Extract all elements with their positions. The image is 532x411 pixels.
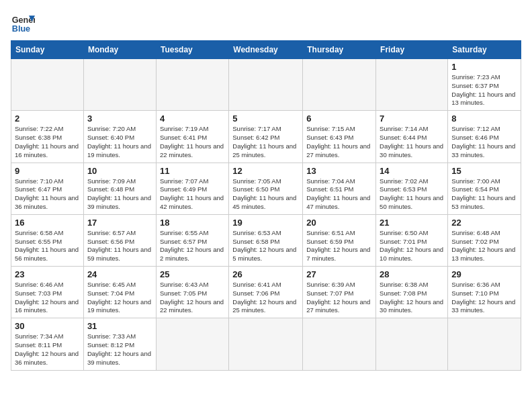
- day-info: Sunrise: 6:53 AM Sunset: 6:58 PM Dayligh…: [232, 229, 299, 263]
- day-number: 2: [15, 113, 80, 124]
- day-number: 7: [380, 113, 444, 124]
- day-number: 27: [306, 269, 372, 279]
- day-number: 30: [15, 321, 80, 331]
- calendar-day-cell: 31Sunrise: 7:33 AM Sunset: 8:12 PM Dayli…: [83, 318, 156, 370]
- calendar-day-cell: 11Sunrise: 7:07 AM Sunset: 6:49 PM Dayli…: [156, 163, 228, 214]
- day-info: Sunrise: 7:02 AM Sunset: 6:53 PM Dayligh…: [380, 177, 444, 212]
- calendar-day-cell: 4Sunrise: 7:19 AM Sunset: 6:41 PM Daylig…: [156, 111, 228, 163]
- calendar-day-cell: [156, 318, 228, 370]
- day-info: Sunrise: 7:33 AM Sunset: 8:12 PM Dayligh…: [87, 332, 152, 367]
- day-info: Sunrise: 6:43 AM Sunset: 7:05 PM Dayligh…: [160, 281, 225, 315]
- day-info: Sunrise: 7:05 AM Sunset: 6:50 PM Dayligh…: [232, 177, 299, 212]
- calendar-body: 1Sunrise: 7:23 AM Sunset: 6:37 PM Daylig…: [11, 59, 521, 371]
- day-info: Sunrise: 6:58 AM Sunset: 6:55 PM Dayligh…: [15, 229, 80, 263]
- day-number: 10: [87, 166, 152, 176]
- day-number: 26: [232, 269, 299, 279]
- day-number: 22: [451, 218, 517, 228]
- day-number: 24: [87, 269, 152, 279]
- weekday-header: Wednesday: [229, 41, 303, 59]
- calendar-day-cell: 1Sunrise: 7:23 AM Sunset: 6:37 PM Daylig…: [448, 59, 521, 111]
- day-number: 21: [380, 218, 444, 228]
- calendar-day-cell: 23Sunrise: 6:46 AM Sunset: 7:03 PM Dayli…: [11, 267, 84, 318]
- logo: General Blue: [11, 11, 35, 35]
- calendar-day-cell: [376, 318, 448, 370]
- weekday-header: Thursday: [303, 41, 376, 59]
- day-number: 12: [232, 166, 299, 176]
- day-number: 25: [160, 269, 225, 279]
- day-info: Sunrise: 6:38 AM Sunset: 7:08 PM Dayligh…: [380, 281, 444, 315]
- weekday-header: Friday: [376, 41, 448, 59]
- weekday-header: Saturday: [448, 41, 521, 59]
- calendar-day-cell: 24Sunrise: 6:45 AM Sunset: 7:04 PM Dayli…: [83, 267, 156, 318]
- day-info: Sunrise: 6:51 AM Sunset: 6:59 PM Dayligh…: [306, 229, 372, 263]
- calendar-day-cell: 14Sunrise: 7:02 AM Sunset: 6:53 PM Dayli…: [376, 163, 448, 214]
- calendar-header: SundayMondayTuesdayWednesdayThursdayFrid…: [11, 41, 521, 59]
- calendar-week-row: 2Sunrise: 7:22 AM Sunset: 6:38 PM Daylig…: [11, 111, 521, 163]
- calendar-day-cell: 12Sunrise: 7:05 AM Sunset: 6:50 PM Dayli…: [229, 163, 303, 214]
- day-number: 15: [451, 166, 517, 176]
- day-info: Sunrise: 7:04 AM Sunset: 6:51 PM Dayligh…: [306, 177, 372, 212]
- day-info: Sunrise: 7:12 AM Sunset: 6:46 PM Dayligh…: [451, 125, 517, 159]
- calendar-week-row: 23Sunrise: 6:46 AM Sunset: 7:03 PM Dayli…: [11, 267, 521, 318]
- day-info: Sunrise: 7:14 AM Sunset: 6:44 PM Dayligh…: [380, 125, 444, 159]
- calendar-day-cell: 20Sunrise: 6:51 AM Sunset: 6:59 PM Dayli…: [303, 214, 376, 266]
- day-number: 31: [87, 321, 152, 331]
- day-info: Sunrise: 6:45 AM Sunset: 7:04 PM Dayligh…: [87, 281, 152, 315]
- day-info: Sunrise: 7:20 AM Sunset: 6:40 PM Dayligh…: [87, 125, 152, 159]
- calendar-day-cell: [303, 318, 376, 370]
- calendar-week-row: 9Sunrise: 7:10 AM Sunset: 6:47 PM Daylig…: [11, 163, 521, 214]
- day-number: 8: [451, 113, 517, 124]
- calendar-day-cell: 21Sunrise: 6:50 AM Sunset: 7:01 PM Dayli…: [376, 214, 448, 266]
- day-number: 6: [306, 113, 372, 124]
- day-number: 3: [87, 113, 152, 124]
- day-info: Sunrise: 7:09 AM Sunset: 6:48 PM Dayligh…: [87, 177, 152, 212]
- day-info: Sunrise: 7:10 AM Sunset: 6:47 PM Dayligh…: [15, 177, 80, 212]
- day-info: Sunrise: 6:41 AM Sunset: 7:06 PM Dayligh…: [232, 281, 299, 315]
- svg-text:Blue: Blue: [12, 24, 30, 34]
- day-info: Sunrise: 7:19 AM Sunset: 6:41 PM Dayligh…: [160, 125, 225, 159]
- day-info: Sunrise: 6:57 AM Sunset: 6:56 PM Dayligh…: [87, 229, 152, 263]
- day-info: Sunrise: 7:17 AM Sunset: 6:42 PM Dayligh…: [232, 125, 299, 159]
- weekday-row: SundayMondayTuesdayWednesdayThursdayFrid…: [11, 41, 521, 59]
- day-number: 13: [306, 166, 372, 176]
- calendar-day-cell: [83, 59, 156, 111]
- day-info: Sunrise: 6:36 AM Sunset: 7:10 PM Dayligh…: [451, 281, 517, 315]
- calendar-day-cell: 25Sunrise: 6:43 AM Sunset: 7:05 PM Dayli…: [156, 267, 228, 318]
- day-number: 14: [380, 166, 444, 176]
- day-info: Sunrise: 6:50 AM Sunset: 7:01 PM Dayligh…: [380, 229, 444, 263]
- page-header: General Blue: [11, 11, 521, 35]
- day-number: 1: [451, 62, 517, 72]
- calendar-day-cell: 16Sunrise: 6:58 AM Sunset: 6:55 PM Dayli…: [11, 214, 84, 266]
- logo-icon: General Blue: [11, 11, 35, 35]
- calendar-day-cell: 22Sunrise: 6:48 AM Sunset: 7:02 PM Dayli…: [448, 214, 521, 266]
- calendar-day-cell: [448, 318, 521, 370]
- day-info: Sunrise: 7:34 AM Sunset: 8:11 PM Dayligh…: [15, 332, 80, 367]
- day-number: 28: [380, 269, 444, 279]
- day-number: 9: [15, 166, 80, 176]
- calendar-day-cell: 18Sunrise: 6:55 AM Sunset: 6:57 PM Dayli…: [156, 214, 228, 266]
- weekday-header: Sunday: [11, 41, 84, 59]
- day-info: Sunrise: 6:46 AM Sunset: 7:03 PM Dayligh…: [15, 281, 80, 315]
- day-info: Sunrise: 6:39 AM Sunset: 7:07 PM Dayligh…: [306, 281, 372, 315]
- calendar-day-cell: 29Sunrise: 6:36 AM Sunset: 7:10 PM Dayli…: [448, 267, 521, 318]
- calendar-day-cell: 10Sunrise: 7:09 AM Sunset: 6:48 PM Dayli…: [83, 163, 156, 214]
- weekday-header: Tuesday: [156, 41, 228, 59]
- calendar-day-cell: 19Sunrise: 6:53 AM Sunset: 6:58 PM Dayli…: [229, 214, 303, 266]
- calendar-day-cell: 13Sunrise: 7:04 AM Sunset: 6:51 PM Dayli…: [303, 163, 376, 214]
- day-number: 20: [306, 218, 372, 228]
- day-info: Sunrise: 6:55 AM Sunset: 6:57 PM Dayligh…: [160, 229, 225, 263]
- calendar-day-cell: 27Sunrise: 6:39 AM Sunset: 7:07 PM Dayli…: [303, 267, 376, 318]
- calendar-day-cell: 15Sunrise: 7:00 AM Sunset: 6:54 PM Dayli…: [448, 163, 521, 214]
- day-number: 29: [451, 269, 517, 279]
- day-info: Sunrise: 7:07 AM Sunset: 6:49 PM Dayligh…: [160, 177, 225, 212]
- calendar-day-cell: 17Sunrise: 6:57 AM Sunset: 6:56 PM Dayli…: [83, 214, 156, 266]
- day-number: 19: [232, 218, 299, 228]
- day-number: 4: [160, 113, 225, 124]
- calendar-day-cell: 7Sunrise: 7:14 AM Sunset: 6:44 PM Daylig…: [376, 111, 448, 163]
- day-info: Sunrise: 7:22 AM Sunset: 6:38 PM Dayligh…: [15, 125, 80, 159]
- calendar-week-row: 16Sunrise: 6:58 AM Sunset: 6:55 PM Dayli…: [11, 214, 521, 266]
- day-info: Sunrise: 6:48 AM Sunset: 7:02 PM Dayligh…: [451, 229, 517, 263]
- calendar-day-cell: [156, 59, 228, 111]
- day-info: Sunrise: 7:00 AM Sunset: 6:54 PM Dayligh…: [451, 177, 517, 212]
- calendar-table: SundayMondayTuesdayWednesdayThursdayFrid…: [11, 40, 521, 371]
